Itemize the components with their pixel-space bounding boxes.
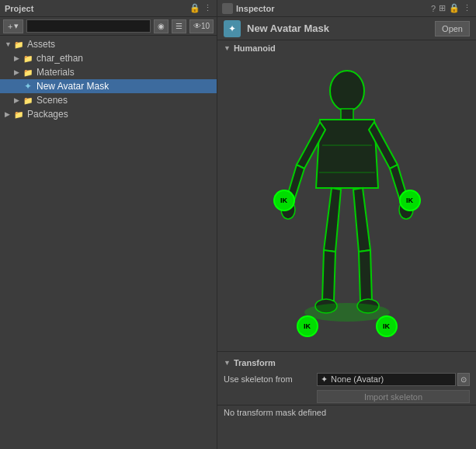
ik-right-hand-button[interactable]: IK: [399, 190, 421, 211]
materials-folder-icon: 📁: [22, 66, 34, 78]
transform-arrow: ▼: [224, 359, 231, 367]
humanoid-figure-area: IK IK IK IK: [217, 56, 476, 351]
project-title: Project: [5, 4, 33, 13]
asset-header: ✦ New Avatar Mask Open: [217, 17, 476, 40]
project-tree: 📁 Assets 📁 char_ethan 📁 Materials ✦ New …: [0, 36, 217, 449]
import-skeleton-button[interactable]: Import skeleton: [317, 390, 470, 403]
project-lock-icon[interactable]: 🔒: [189, 3, 200, 13]
skeleton-pick-button[interactable]: ⊙: [457, 373, 470, 386]
inspector-content: ▼ Humanoid: [217, 40, 476, 449]
ik-left-hand-button[interactable]: IK: [273, 190, 295, 211]
project-header: Project 🔒 ⋮: [0, 0, 217, 17]
import-skeleton-row: Import skeleton: [217, 388, 476, 405]
scenes-folder-icon: 📁: [22, 94, 34, 106]
add-button[interactable]: + ▾: [3, 19, 23, 33]
search-input[interactable]: [26, 19, 150, 33]
humanoid-section-header[interactable]: ▼ Humanoid: [217, 40, 476, 56]
scenes-arrow: [14, 96, 22, 104]
tree-item-materials[interactable]: 📁 Materials: [0, 65, 217, 79]
body-silhouette: [277, 64, 417, 336]
project-more-icon[interactable]: ⋮: [203, 3, 212, 13]
inspector-grid-icon[interactable]: ⊞: [439, 3, 446, 13]
scenes-label: Scenes: [36, 95, 68, 106]
svg-point-9: [304, 303, 390, 322]
use-skeleton-label: Use skeleton from: [224, 374, 317, 384]
inspector-indicator: [222, 3, 233, 14]
inspector-question-icon[interactable]: ?: [431, 4, 436, 13]
project-toolbar: + ▾ ◉ ☰ 👁 10: [0, 17, 217, 36]
humanoid-label: Humanoid: [234, 44, 276, 53]
tree-item-avatar-mask[interactable]: ✦ New Avatar Mask: [0, 79, 217, 93]
settings-button[interactable]: ☰: [172, 19, 186, 33]
svg-point-0: [330, 71, 364, 111]
add-label: +: [8, 22, 12, 31]
inspector-lock-icon[interactable]: 🔒: [449, 3, 460, 13]
inspector-title: Inspector: [236, 4, 275, 13]
packages-arrow: [5, 110, 12, 118]
assets-folder-icon: 📁: [12, 38, 25, 50]
asset-type-icon: ✦: [224, 20, 241, 37]
open-button[interactable]: Open: [435, 21, 470, 37]
packages-label: Packages: [27, 109, 68, 120]
tree-item-scenes[interactable]: 📁 Scenes: [0, 93, 217, 107]
ik-left-foot-button[interactable]: IK: [297, 315, 318, 337]
svg-rect-1: [341, 109, 353, 120]
avatar-mask-icon: ✦: [22, 80, 34, 92]
transform-section: ▼ Transform Use skeleton from ✦ None (Av…: [217, 351, 476, 423]
figure-container: IK IK IK IK: [269, 64, 425, 343]
assets-arrow: [5, 40, 12, 48]
inspector-more-icon[interactable]: ⋮: [463, 3, 471, 13]
tree-item-assets[interactable]: 📁 Assets: [0, 37, 217, 51]
avatar-mask-label: New Avatar Mask: [36, 81, 109, 92]
char-ethan-label: char_ethan: [36, 53, 83, 64]
skeleton-value-text: None (Avatar): [331, 374, 384, 384]
materials-arrow: [14, 68, 22, 76]
use-skeleton-row: Use skeleton from ✦ None (Avatar) ⊙: [217, 371, 476, 388]
inspector-header-left: Inspector: [222, 3, 275, 14]
char-ethan-folder-icon: 📁: [22, 52, 34, 64]
packages-folder-icon: 📁: [12, 108, 25, 120]
eye-count-badge: 👁 10: [189, 19, 214, 33]
assets-label: Assets: [27, 39, 55, 50]
inspector-panel: Inspector ? ⊞ 🔒 ⋮ ✦ New Avatar Mask Open…: [217, 0, 476, 449]
status-text: No transform mask defined: [224, 408, 326, 417]
skeleton-avatar-icon: ✦: [321, 374, 328, 385]
tree-item-char-ethan[interactable]: 📁 char_ethan: [0, 51, 217, 65]
asset-name-label: New Avatar Mask: [247, 23, 429, 34]
humanoid-arrow: ▼: [224, 44, 231, 52]
transform-label: Transform: [234, 358, 276, 367]
skeleton-value-display[interactable]: ✦ None (Avatar): [317, 373, 456, 386]
status-bar: No transform mask defined: [217, 405, 476, 419]
inspector-header: Inspector ? ⊞ 🔒 ⋮: [217, 0, 476, 17]
ik-right-foot-button[interactable]: IK: [376, 315, 398, 337]
add-arrow: ▾: [14, 21, 19, 31]
project-panel: Project 🔒 ⋮ + ▾ ◉ ☰ 👁 10 📁 Assets: [0, 0, 217, 449]
use-skeleton-value-container: ✦ None (Avatar) ⊙: [317, 373, 470, 386]
materials-label: Materials: [36, 67, 75, 78]
project-header-icons: 🔒 ⋮: [189, 3, 212, 13]
inspector-header-icons: ? ⊞ 🔒 ⋮: [431, 3, 471, 13]
filter-button[interactable]: ◉: [154, 19, 169, 33]
import-skeleton-container: Import skeleton: [317, 390, 470, 403]
transform-section-header[interactable]: ▼ Transform: [217, 355, 476, 371]
char-ethan-arrow: [14, 54, 22, 62]
tree-item-packages[interactable]: 📁 Packages: [0, 107, 217, 121]
